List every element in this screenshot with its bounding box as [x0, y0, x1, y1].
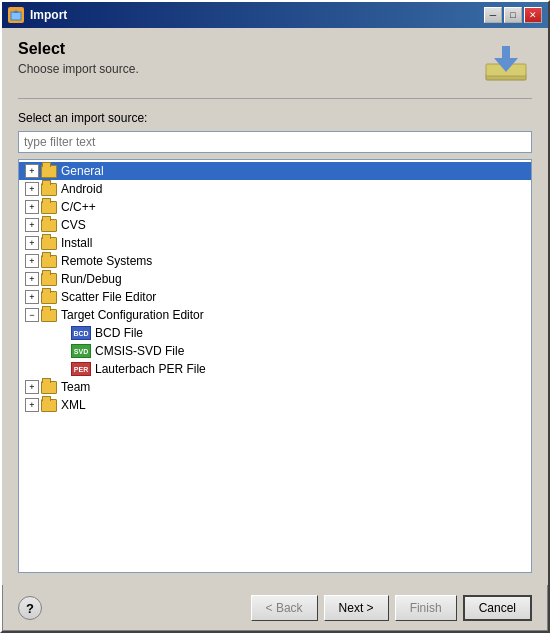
folder-icon-cvs	[41, 219, 57, 232]
next-button[interactable]: Next >	[324, 595, 389, 621]
label-android: Android	[61, 182, 102, 196]
tree-item-cvs[interactable]: + CVS	[19, 216, 531, 234]
label-install: Install	[61, 236, 92, 250]
import-dialog: Import ─ □ ✕ Select Choose import source…	[0, 0, 550, 633]
label-rundebug: Run/Debug	[61, 272, 122, 286]
footer-area: ? < Back Next > Finish Cancel	[2, 585, 548, 631]
separator	[18, 98, 532, 99]
cmsis-file-icon: SVD	[71, 344, 91, 358]
tree-container: + General + Android + C/C++ + CVS	[18, 159, 532, 573]
expand-team[interactable]: +	[25, 380, 39, 394]
cancel-button[interactable]: Cancel	[463, 595, 532, 621]
svg-rect-4	[502, 46, 510, 60]
label-per: Lauterbach PER File	[95, 362, 206, 376]
expand-cvs[interactable]: +	[25, 218, 39, 232]
label-xml: XML	[61, 398, 86, 412]
expand-rundebug[interactable]: +	[25, 272, 39, 286]
title-buttons: ─ □ ✕	[484, 7, 542, 23]
folder-icon-xml	[41, 399, 57, 412]
window-icon	[8, 7, 24, 23]
label-cvs: CVS	[61, 218, 86, 232]
folder-icon-rundebug	[41, 273, 57, 286]
expand-target[interactable]: −	[25, 308, 39, 322]
tree-item-remote[interactable]: + Remote Systems	[19, 252, 531, 270]
expand-xml[interactable]: +	[25, 398, 39, 412]
help-button[interactable]: ?	[18, 596, 42, 620]
expand-android[interactable]: +	[25, 182, 39, 196]
folder-icon-cpp	[41, 201, 57, 214]
svg-rect-0	[11, 12, 21, 20]
label-team: Team	[61, 380, 90, 394]
folder-icon-remote	[41, 255, 57, 268]
tree-item-bcd[interactable]: BCD BCD File	[19, 324, 531, 342]
filter-input[interactable]	[18, 131, 532, 153]
tree-item-android[interactable]: + Android	[19, 180, 531, 198]
label-bcd: BCD File	[95, 326, 143, 340]
per-file-icon: PER	[71, 362, 91, 376]
header-text: Select Choose import source.	[18, 40, 139, 76]
folder-icon-scatter	[41, 291, 57, 304]
folder-icon-android	[41, 183, 57, 196]
folder-icon-target	[41, 309, 57, 322]
expand-remote[interactable]: +	[25, 254, 39, 268]
expand-install[interactable]: +	[25, 236, 39, 250]
tree-item-per[interactable]: PER Lauterbach PER File	[19, 360, 531, 378]
expand-cpp[interactable]: +	[25, 200, 39, 214]
label-cpp: C/C++	[61, 200, 96, 214]
label-target: Target Configuration Editor	[61, 308, 204, 322]
back-button[interactable]: < Back	[251, 595, 318, 621]
folder-icon-general	[41, 165, 57, 178]
label-remote: Remote Systems	[61, 254, 152, 268]
tree-item-general[interactable]: + General	[19, 162, 531, 180]
expand-general[interactable]: +	[25, 164, 39, 178]
finish-button[interactable]: Finish	[395, 595, 457, 621]
tree-item-cpp[interactable]: + C/C++	[19, 198, 531, 216]
filter-label: Select an import source:	[18, 111, 532, 125]
dialog-buttons: < Back Next > Finish Cancel	[251, 595, 532, 621]
bcd-file-icon: BCD	[71, 326, 91, 340]
header-section: Select Choose import source.	[18, 40, 532, 84]
window-title: Import	[30, 8, 67, 22]
folder-icon-install	[41, 237, 57, 250]
label-cmsis: CMSIS-SVD File	[95, 344, 184, 358]
page-title: Select	[18, 40, 139, 58]
tree-item-xml[interactable]: + XML	[19, 396, 531, 414]
label-general: General	[61, 164, 104, 178]
label-scatter: Scatter File Editor	[61, 290, 156, 304]
expand-scatter[interactable]: +	[25, 290, 39, 304]
minimize-button[interactable]: ─	[484, 7, 502, 23]
tree-item-install[interactable]: + Install	[19, 234, 531, 252]
close-button[interactable]: ✕	[524, 7, 542, 23]
folder-icon-team	[41, 381, 57, 394]
tree-item-rundebug[interactable]: + Run/Debug	[19, 270, 531, 288]
title-bar-left: Import	[8, 7, 67, 23]
tree-item-cmsis[interactable]: SVD CMSIS-SVD File	[19, 342, 531, 360]
title-bar: Import ─ □ ✕	[2, 2, 548, 28]
tree-item-target[interactable]: − Target Configuration Editor	[19, 306, 531, 324]
maximize-button[interactable]: □	[504, 7, 522, 23]
tree-item-scatter[interactable]: + Scatter File Editor	[19, 288, 531, 306]
tree-item-team[interactable]: + Team	[19, 378, 531, 396]
import-icon	[480, 40, 532, 84]
page-subtitle: Choose import source.	[18, 62, 139, 76]
content-area: Select Choose import source. Select an i…	[2, 28, 548, 585]
